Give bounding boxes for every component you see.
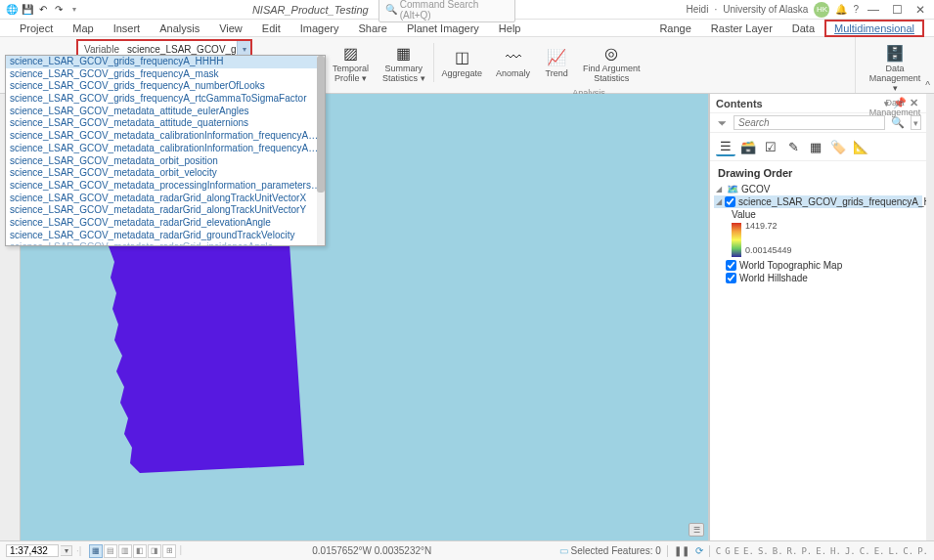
menu-insert[interactable]: Insert — [104, 20, 151, 37]
snap-item[interactable]: S. — [758, 546, 769, 556]
scale-input[interactable] — [6, 544, 59, 557]
basemap-visibility-checkbox[interactable] — [726, 273, 736, 283]
dropdown-item[interactable]: science_LSAR_GCOV_metadata_radarGrid_alo… — [6, 204, 325, 217]
contents-search-input[interactable] — [734, 115, 885, 130]
menu-analysis[interactable]: Analysis — [150, 20, 209, 37]
bell-icon[interactable]: 🔔 — [835, 4, 847, 15]
dropdown-item[interactable]: science_LSAR_GCOV_metadata_calibrationIn… — [6, 130, 325, 143]
refresh-icon[interactable]: ⟳ — [695, 545, 703, 556]
anomaly-button[interactable]: 〰 Anomaly — [490, 44, 536, 81]
scale-control[interactable]: ▾ — [6, 544, 72, 557]
close-button[interactable]: ✕ — [912, 3, 929, 17]
view-mode-3[interactable]: ▥ — [118, 544, 132, 558]
layer-visibility-checkbox[interactable] — [725, 196, 735, 207]
dropdown-scroll-thumb[interactable] — [317, 56, 325, 193]
dropdown-item[interactable]: science_LSAR_GCOV_metadata_attitude_eule… — [6, 106, 325, 118]
scale-dropdown[interactable]: ▾ — [61, 545, 72, 556]
dropdown-item[interactable]: science_LSAR_GCOV_grids_frequencyA_numbe… — [6, 80, 325, 93]
dropdown-item[interactable]: science_LSAR_GCOV_grids_frequencyA_rtcGa… — [6, 93, 325, 106]
snap-item[interactable]: C. — [860, 546, 870, 556]
dropdown-item[interactable]: science_LSAR_GCOV_metadata_radarGrid_alo… — [6, 193, 325, 205]
help-icon[interactable]: ? — [853, 4, 859, 15]
basemap-visibility-checkbox[interactable] — [726, 260, 736, 271]
menu-planet-imagery[interactable]: Planet Imagery — [397, 20, 489, 37]
filter-icon[interactable]: ⏷ — [715, 117, 730, 129]
view-mode-5[interactable]: ◨ — [148, 544, 161, 558]
dropdown-item[interactable]: science_LSAR_GCOV_metadata_orbit_positio… — [6, 155, 325, 168]
snap-item[interactable]: E — [734, 546, 739, 556]
list-by-drawing-order[interactable]: ☰ — [716, 137, 735, 156]
menu-map[interactable]: Map — [63, 20, 103, 37]
dropdown-item[interactable]: science_LSAR_GCOV_metadata_orbit_velocit… — [6, 167, 325, 180]
dropdown-item[interactable]: science_LSAR_GCOV_grids_frequencyA_mask — [6, 68, 325, 81]
menu-range[interactable]: Range — [649, 20, 700, 37]
dropdown-item[interactable]: science_LSAR_GCOV_metadata_radarGrid_inc… — [6, 241, 325, 246]
undo-icon[interactable]: ↶ — [36, 3, 50, 17]
dropdown-item[interactable]: science_LSAR_GCOV_metadata_radarGrid_ele… — [6, 217, 325, 230]
user-avatar[interactable]: HK — [814, 2, 829, 18]
collapse-ribbon-button[interactable]: ^ — [925, 80, 930, 91]
view-mode-2[interactable]: ▤ — [104, 544, 117, 558]
search-options-button[interactable]: ▾ — [911, 115, 921, 130]
pause-icon[interactable]: ❚❚ — [674, 545, 689, 556]
dropdown-scrollbar[interactable] — [317, 56, 325, 245]
list-by-data-source[interactable]: 🗃️ — [738, 137, 758, 156]
menu-help[interactable]: Help — [489, 20, 531, 37]
toc-basemap-row[interactable]: World Hillshade — [714, 272, 922, 284]
variable-value[interactable]: science_LSAR_GCOV_g — [125, 44, 237, 55]
menu-raster-layer[interactable]: Raster Layer — [701, 20, 782, 37]
snap-item[interactable]: J. — [845, 546, 856, 556]
list-by-labeling[interactable]: 🏷️ — [828, 137, 848, 156]
find-argument-button[interactable]: ◎ Find ArgumentStatistics — [577, 39, 646, 86]
snap-item[interactable]: G — [725, 546, 730, 556]
expand-icon[interactable]: ◢ — [716, 197, 722, 206]
dropdown-item[interactable]: science_LSAR_GCOV_metadata_calibrationIn… — [6, 143, 325, 155]
menu-view[interactable]: View — [209, 20, 252, 37]
snap-item[interactable]: C — [716, 546, 721, 556]
toc-layer-row[interactable]: ◢ science_LSAR_GCOV_grids_frequencyA_HHH… — [714, 195, 922, 208]
snap-item[interactable]: L. — [888, 546, 899, 556]
temporal-profile-button[interactable]: ▨ TemporalProfile ▾ — [327, 39, 375, 86]
view-mode-4[interactable]: ◧ — [133, 544, 147, 558]
dropdown-item[interactable]: science_LSAR_GCOV_grids_frequencyA_HHHH — [6, 56, 325, 68]
list-by-editing[interactable]: ✎ — [783, 137, 803, 156]
maximize-button[interactable]: ☐ — [888, 3, 906, 17]
menu-edit[interactable]: Edit — [252, 20, 290, 37]
snap-item[interactable]: E. — [816, 546, 826, 556]
trend-button[interactable]: 📈 Trend — [538, 44, 575, 81]
menu-project[interactable]: Project — [10, 20, 63, 37]
menu-data[interactable]: Data — [782, 20, 824, 37]
list-by-snapping[interactable]: ▦ — [806, 137, 825, 156]
snap-item[interactable]: P. — [917, 546, 928, 556]
summary-statistics-button[interactable]: ▦ SummaryStatistics ▾ — [377, 39, 431, 86]
dropdown-item[interactable]: science_LSAR_GCOV_metadata_radarGrid_gro… — [6, 230, 325, 242]
toc-basemap-row[interactable]: World Topographic Map — [714, 259, 922, 272]
view-mode-1[interactable]: ▦ — [89, 544, 103, 558]
attribute-table-button[interactable]: ☰ — [689, 523, 704, 537]
redo-icon[interactable]: ↷ — [52, 3, 66, 17]
toc-map-row[interactable]: ◢ 🗺️ GCOV — [714, 182, 922, 195]
snap-item[interactable]: E. — [743, 546, 754, 556]
dropdown-item[interactable]: science_LSAR_GCOV_metadata_processingInf… — [6, 180, 325, 193]
snap-item[interactable]: E. — [874, 546, 885, 556]
snap-item[interactable]: H. — [830, 546, 841, 556]
variable-dropdown-list[interactable]: science_LSAR_GCOV_grids_frequencyA_HHHH … — [5, 55, 326, 246]
view-mode-6[interactable]: ⊞ — [162, 544, 176, 558]
dropdown-item[interactable]: science_LSAR_GCOV_metadata_attitude_quat… — [6, 117, 325, 130]
save-icon[interactable]: 💾 — [21, 3, 34, 17]
minimize-button[interactable]: — — [865, 3, 882, 17]
snap-item[interactable]: P. — [801, 546, 812, 556]
snap-item[interactable]: B. — [773, 546, 783, 556]
list-by-perspective[interactable]: 📐 — [851, 137, 870, 156]
menu-imagery[interactable]: Imagery — [290, 20, 349, 37]
data-management-button[interactable]: 🗄️ DataManagement ▾ — [860, 39, 930, 96]
aggregate-button[interactable]: ◫ Aggregate — [436, 44, 489, 81]
expand-icon[interactable]: ◢ — [716, 185, 724, 194]
snap-item[interactable]: C. — [903, 546, 913, 556]
qat-more-icon[interactable]: ▾ — [67, 3, 81, 17]
list-by-selection[interactable]: ☑ — [761, 137, 780, 156]
menu-multidimensional[interactable]: Multidimensional — [824, 20, 924, 37]
snap-item[interactable]: R. — [787, 546, 798, 556]
selected-features[interactable]: ▭ Selected Features: 0 — [559, 545, 660, 556]
menu-share[interactable]: Share — [349, 20, 397, 37]
